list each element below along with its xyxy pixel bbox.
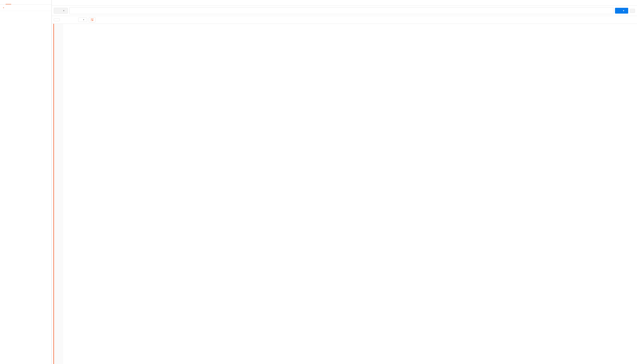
sidebar-tabs bbox=[0, 0, 51, 4]
response-body[interactable] bbox=[53, 24, 637, 364]
request-tabs bbox=[52, 0, 637, 6]
resp-tab-preview[interactable] bbox=[65, 18, 71, 21]
resp-tab-raw[interactable] bbox=[60, 18, 65, 21]
wrap-toggle[interactable] bbox=[89, 17, 96, 22]
save-button[interactable] bbox=[630, 9, 635, 13]
resp-tab-visualize[interactable] bbox=[71, 18, 77, 21]
chevron-down-icon: ▼ bbox=[83, 19, 85, 21]
main-panel: ▼ ▼ ▼ bbox=[52, 0, 637, 364]
method-select[interactable]: ▼ bbox=[54, 8, 68, 14]
sidebar: + bbox=[0, 0, 52, 364]
format-select[interactable]: ▼ bbox=[78, 18, 87, 22]
resp-tab-pretty[interactable] bbox=[54, 18, 60, 21]
plus-icon: + bbox=[3, 6, 5, 9]
tab-history[interactable] bbox=[0, 0, 6, 4]
url-input[interactable] bbox=[69, 7, 613, 14]
chevron-down-icon: ▼ bbox=[622, 10, 624, 12]
new-collection-button[interactable]: + bbox=[3, 6, 6, 9]
collection-list bbox=[0, 11, 51, 364]
chevron-down-icon: ▼ bbox=[63, 10, 65, 12]
tab-collections[interactable] bbox=[6, 0, 11, 4]
response-tabs: ▼ bbox=[52, 16, 637, 24]
tab-apis[interactable] bbox=[11, 0, 17, 4]
line-gutter bbox=[54, 24, 63, 364]
request-bar: ▼ ▼ bbox=[52, 6, 637, 16]
send-button[interactable]: ▼ bbox=[615, 8, 628, 14]
wrap-icon bbox=[91, 18, 94, 21]
sidebar-actions: + bbox=[0, 4, 51, 11]
